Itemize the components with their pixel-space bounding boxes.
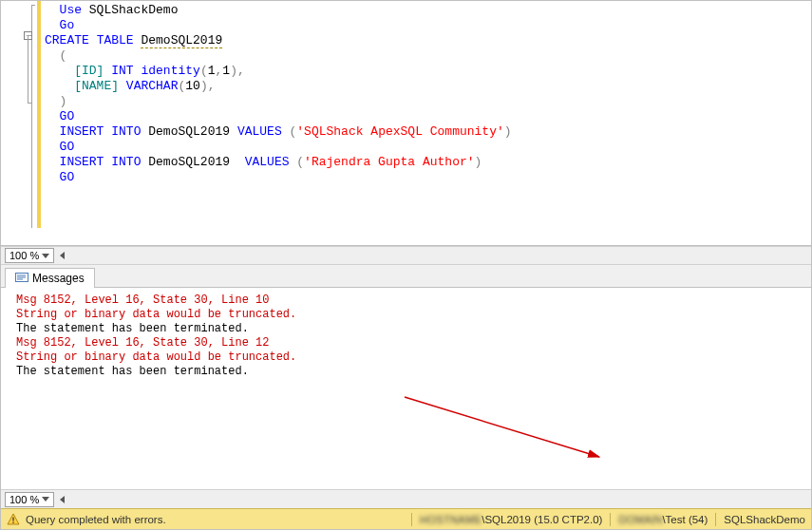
annotation-arrow-icon <box>400 392 628 464</box>
editor-gutter: − <box>1 1 39 245</box>
change-marker <box>37 1 41 228</box>
message-line: String or binary data would be truncated… <box>16 350 802 365</box>
ssms-query-window: − Use SQLShackDemo GoCREATE TABLE DemoSQ… <box>0 0 812 530</box>
zoom-value-messages: 100 % <box>9 494 39 505</box>
svg-rect-5 <box>12 517 13 521</box>
status-server: HOSTNAME\SQL2019 (15.0 CTP2.0) <box>420 514 602 525</box>
message-line: Msg 8152, Level 16, State 30, Line 10 <box>16 293 802 308</box>
status-database: SQLShackDemo <box>724 514 805 525</box>
message-line: The statement has been terminated. <box>16 322 802 336</box>
code-text[interactable]: Use SQLShackDemo GoCREATE TABLE DemoSQL2… <box>45 3 811 185</box>
message-line: Msg 8152, Level 16, State 30, Line 12 <box>16 336 802 350</box>
chevron-down-icon <box>42 497 49 502</box>
warning-icon <box>7 513 20 526</box>
messages-icon <box>15 273 28 284</box>
scroll-left-icon[interactable] <box>60 496 65 503</box>
messages-zoom-bar: 100 % <box>1 489 811 508</box>
tab-messages[interactable]: Messages <box>5 268 95 288</box>
tab-label: Messages <box>32 272 85 285</box>
messages-output[interactable]: Msg 8152, Level 16, State 30, Line 10Str… <box>1 288 811 489</box>
svg-rect-3 <box>17 279 23 280</box>
svg-line-4 <box>405 397 599 457</box>
message-line: The statement has been terminated. <box>16 365 802 379</box>
scroll-left-icon[interactable] <box>60 252 65 259</box>
status-user: DOMAIN\Test (54) <box>618 514 708 525</box>
status-text: Query completed with errors. <box>26 514 166 525</box>
chevron-down-icon <box>42 254 49 258</box>
zoom-select-messages[interactable]: 100 % <box>5 492 54 507</box>
message-line: String or binary data would be truncated… <box>16 308 802 322</box>
zoom-select[interactable]: 100 % <box>5 248 54 263</box>
svg-rect-1 <box>17 275 26 276</box>
zoom-value: 100 % <box>9 250 39 261</box>
sql-editor-pane[interactable]: − Use SQLShackDemo GoCREATE TABLE DemoSQ… <box>1 1 811 246</box>
svg-rect-6 <box>12 521 13 522</box>
svg-rect-2 <box>17 277 26 278</box>
editor-zoom-bar: 100 % <box>1 246 811 265</box>
results-tabstrip: Messages <box>1 265 811 288</box>
status-bar: Query completed with errors. HOSTNAME\SQ… <box>1 508 811 529</box>
